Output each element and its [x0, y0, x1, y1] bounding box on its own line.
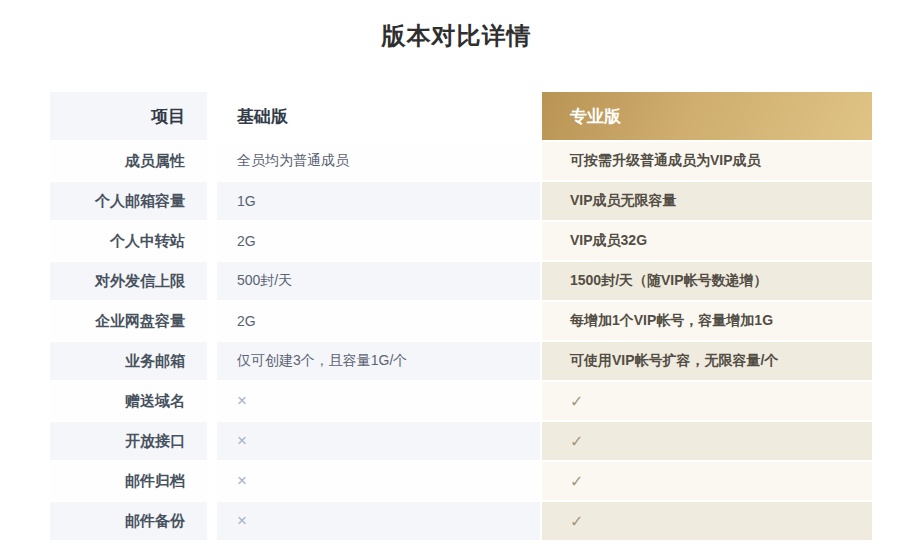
check-icon: ✓	[570, 513, 583, 530]
basic-value-cell: 2G	[217, 222, 540, 262]
basic-value-cell: ×	[217, 382, 540, 422]
cross-icon: ×	[237, 391, 247, 410]
check-icon: ✓	[570, 473, 583, 490]
table-row: 对外发信上限 500封/天 1500封/天（随VIP帐号数递增）	[50, 262, 872, 302]
pro-value-cell: ✓	[540, 502, 872, 542]
item-label-cell: 业务邮箱	[50, 342, 217, 382]
table-row: 开放接口 × ✓	[50, 422, 872, 462]
basic-value-cell: ×	[217, 502, 540, 542]
check-icon: ✓	[570, 433, 583, 450]
table-row: 个人中转站 2G VIP成员32G	[50, 222, 872, 262]
table-row: 个人邮箱容量 1G VIP成员无限容量	[50, 182, 872, 222]
table-row: 邮件备份 × ✓	[50, 502, 872, 542]
column-header-basic: 基础版	[217, 92, 540, 142]
basic-value-cell: 仅可创建3个，且容量1G/个	[217, 342, 540, 382]
cross-icon: ×	[237, 431, 247, 450]
cross-icon: ×	[237, 511, 247, 530]
pro-value-cell: VIP成员无限容量	[540, 182, 872, 222]
item-label-cell: 开放接口	[50, 422, 217, 462]
basic-value-cell: 全员均为普通成员	[217, 142, 540, 182]
version-comparison-section: 版本对比详情 项目 基础版 专业版 成员属性 全员均为普通成员 可按需升级普通成…	[0, 20, 913, 542]
item-label-cell: 个人邮箱容量	[50, 182, 217, 222]
pro-value-cell: ✓	[540, 422, 872, 462]
pro-value-cell: ✓	[540, 462, 872, 502]
column-header-pro: 专业版	[540, 92, 872, 142]
basic-value-cell: 1G	[217, 182, 540, 222]
page-title: 版本对比详情	[0, 20, 913, 52]
item-label-cell: 个人中转站	[50, 222, 217, 262]
pro-value-cell: 每增加1个VIP帐号，容量增加1G	[540, 302, 872, 342]
item-label-cell: 成员属性	[50, 142, 217, 182]
basic-value-cell: ×	[217, 462, 540, 502]
pro-value-cell: 可按需升级普通成员为VIP成员	[540, 142, 872, 182]
item-label-cell: 企业网盘容量	[50, 302, 217, 342]
table-row: 业务邮箱 仅可创建3个，且容量1G/个 可使用VIP帐号扩容，无限容量/个	[50, 342, 872, 382]
basic-value-cell: 2G	[217, 302, 540, 342]
table-row: 企业网盘容量 2G 每增加1个VIP帐号，容量增加1G	[50, 302, 872, 342]
item-label-cell: 邮件归档	[50, 462, 217, 502]
pro-value-cell: 1500封/天（随VIP帐号数递增）	[540, 262, 872, 302]
cross-icon: ×	[237, 471, 247, 490]
item-label-cell: 邮件备份	[50, 502, 217, 542]
check-icon: ✓	[570, 393, 583, 410]
pro-value-cell: ✓	[540, 382, 872, 422]
table-row: 赠送域名 × ✓	[50, 382, 872, 422]
pro-value-cell: 可使用VIP帐号扩容，无限容量/个	[540, 342, 872, 382]
table-row: 邮件归档 × ✓	[50, 462, 872, 502]
comparison-table: 项目 基础版 专业版 成员属性 全员均为普通成员 可按需升级普通成员为VIP成员…	[50, 92, 872, 542]
table-header-row: 项目 基础版 专业版	[50, 92, 872, 142]
column-header-item: 项目	[50, 92, 217, 142]
item-label-cell: 对外发信上限	[50, 262, 217, 302]
basic-value-cell: ×	[217, 422, 540, 462]
basic-value-cell: 500封/天	[217, 262, 540, 302]
item-label-cell: 赠送域名	[50, 382, 217, 422]
table-row: 成员属性 全员均为普通成员 可按需升级普通成员为VIP成员	[50, 142, 872, 182]
pro-value-cell: VIP成员32G	[540, 222, 872, 262]
